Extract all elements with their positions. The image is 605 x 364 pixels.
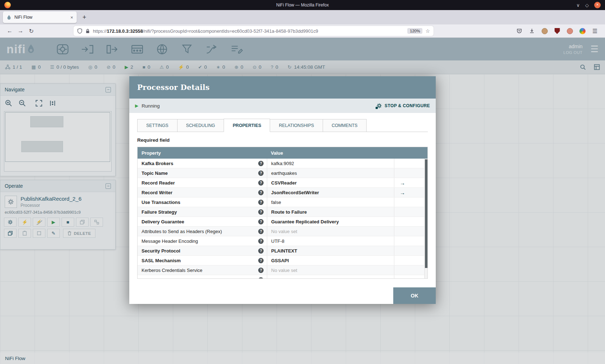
property-value: No value set (267, 227, 394, 236)
properties-table: Property Value Kafka Brokers?kafka:9092T… (137, 147, 428, 279)
bookmark-star-icon[interactable]: ☆ (425, 28, 430, 34)
nifi-app: nifi (0, 38, 605, 364)
window-maximize-button[interactable]: ◇ (585, 3, 589, 8)
lock-icon[interactable] (85, 28, 90, 34)
firefox-logo-icon (4, 2, 11, 8)
help-icon[interactable]: ? (258, 219, 264, 224)
browser-tab-bar: NiFi Flow × + (0, 10, 605, 24)
window-title: NiFi Flow — Mozilla Firefox (276, 3, 329, 8)
property-row: ? (138, 275, 424, 278)
property-row: Failure Strategy?Route to Failure (138, 207, 424, 217)
forward-button[interactable]: → (15, 26, 26, 36)
property-value: JsonRecordSetWriter (267, 188, 394, 197)
property-name: Kafka Brokers (142, 161, 258, 166)
property-value: Guarantee Replicated Delivery (267, 217, 394, 226)
property-action-cell (394, 246, 424, 255)
tab-settings[interactable]: SETTINGS (137, 119, 178, 132)
property-row: Security Protocol?PLAINTEXT (138, 246, 424, 256)
ok-button[interactable]: OK (393, 287, 436, 304)
dialog-header: Processor Details (129, 76, 436, 99)
run-status-label: Running (142, 103, 160, 109)
tab-close-icon[interactable]: × (70, 15, 73, 20)
container-avatar-icon[interactable] (540, 27, 549, 35)
scrollbar-thumb[interactable] (425, 159, 427, 268)
tab-title: NiFi Flow (14, 15, 67, 20)
url-text: https://172.18.0.3:32558/nifi/?processGr… (93, 28, 404, 34)
property-row: Kerberos Credentials Service?No value se… (138, 265, 424, 275)
stop-configure-button[interactable]: STOP & CONFIGURE (376, 103, 430, 109)
help-icon[interactable]: ? (258, 248, 264, 254)
url-scheme: https:// (93, 28, 107, 34)
help-icon[interactable]: ? (258, 258, 264, 263)
back-button[interactable]: ← (4, 26, 15, 36)
property-value: Route to Failure (267, 207, 394, 217)
url-bar[interactable]: https://172.18.0.3:32558/nifi/?processGr… (73, 26, 434, 36)
account-avatar-icon[interactable] (565, 27, 574, 35)
property-row: Delivery Guarantee?Guarantee Replicated … (138, 217, 424, 227)
property-name: Record Writer (142, 190, 258, 195)
property-row: Use Transactions?false (138, 197, 424, 207)
browser-toolbar: ← → ↻ https://172.18.0.3:32558/nifi/?pro… (0, 24, 605, 38)
help-icon[interactable]: ? (258, 209, 264, 215)
help-icon[interactable]: ? (258, 200, 264, 205)
help-icon[interactable]: ? (258, 180, 264, 186)
property-name: Kerberos Credentials Service (142, 268, 258, 273)
browser-tab[interactable]: NiFi Flow × (3, 12, 77, 23)
property-name: Security Protocol (142, 248, 258, 254)
help-icon[interactable]: ? (258, 170, 264, 176)
property-name: Topic Name (142, 170, 258, 176)
help-icon[interactable]: ? (258, 268, 264, 273)
property-name: Failure Strategy (142, 209, 258, 215)
column-value: Value (267, 150, 283, 156)
window-titlebar: NiFi Flow — Mozilla Firefox ∨ ◇ × (0, 0, 605, 10)
property-name: Delivery Guarantee (142, 219, 258, 224)
ublock-shield-icon[interactable] (553, 27, 561, 35)
property-value: earthquakes (267, 168, 394, 178)
property-name-cell: ? (138, 275, 267, 278)
goto-service-icon[interactable]: → (400, 180, 405, 186)
reload-button[interactable]: ↻ (26, 26, 37, 36)
property-name-cell: Record Writer? (138, 188, 267, 197)
property-name: Record Reader (142, 180, 258, 186)
help-icon[interactable]: ? (258, 190, 264, 195)
property-action-cell (394, 207, 424, 217)
pocket-icon[interactable] (515, 27, 524, 35)
tab-properties[interactable]: PROPERTIES (224, 119, 270, 132)
goto-service-icon[interactable]: → (400, 190, 405, 196)
window-minimize-button[interactable]: ∨ (576, 3, 580, 8)
property-action-cell: → (394, 178, 424, 187)
window-close-button[interactable]: × (594, 2, 601, 8)
property-row: SASL Mechanism?GSSAPI (138, 256, 424, 265)
table-scrollbar[interactable] (424, 159, 427, 278)
downloads-icon[interactable] (528, 27, 536, 35)
property-value: PLAINTEXT (267, 246, 394, 255)
property-value: kafka:9092 (267, 159, 394, 168)
tracking-shield-icon[interactable] (77, 28, 82, 34)
help-icon[interactable]: ? (258, 161, 264, 166)
tab-relationships[interactable]: RELATIONSHIPS (270, 119, 323, 132)
property-name: SASL Mechanism (142, 258, 258, 263)
browser-menu-button[interactable]: ☰ (591, 27, 599, 35)
property-name-cell: Kerberos Credentials Service? (138, 265, 267, 275)
required-field-label: Required field (137, 137, 428, 143)
property-action-cell (394, 227, 424, 236)
url-path: /nifi/?processGroupId=root&componentIds=… (143, 28, 318, 34)
extension-pinwheel-icon[interactable] (578, 27, 587, 35)
property-row: Attributes to Send as Headers (Regex)?No… (138, 227, 424, 236)
new-tab-button[interactable]: + (82, 14, 86, 21)
help-icon[interactable]: ? (258, 229, 264, 234)
zoom-indicator[interactable]: 120% (407, 28, 422, 34)
property-action-cell: → (394, 188, 424, 197)
tab-scheduling[interactable]: SCHEDULING (177, 119, 224, 132)
property-name: Use Transactions (142, 200, 258, 205)
property-value: CSVReader (267, 178, 394, 187)
property-row: Message Header Encoding?UTF-8 (138, 236, 424, 246)
tab-comments[interactable]: COMMENTS (323, 119, 367, 132)
property-action-cell (394, 168, 424, 178)
help-icon[interactable]: ? (258, 238, 264, 244)
property-name-cell: Record Reader? (138, 178, 267, 187)
property-name-cell: Kafka Brokers? (138, 159, 267, 168)
help-icon[interactable]: ? (258, 277, 264, 279)
toolbar-extensions: ☰ (515, 27, 601, 35)
property-name: Attributes to Send as Headers (Regex) (142, 229, 258, 234)
